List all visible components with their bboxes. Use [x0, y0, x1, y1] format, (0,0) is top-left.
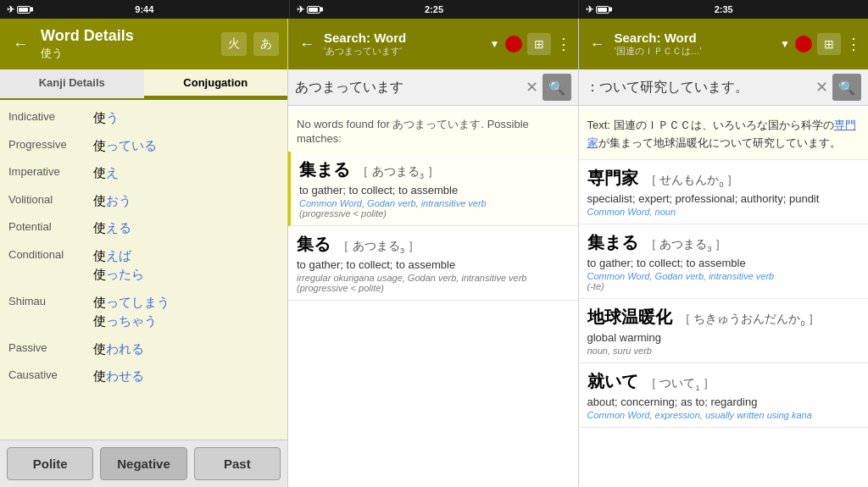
layout-icon-1[interactable]: ⊞ [527, 33, 551, 55]
result-kanji-1-2: 集る [297, 233, 331, 256]
result-title-2-3: 地球温暖化 ［ ちきゅうおんだんか0 ］ [587, 306, 860, 329]
result-item-2-2[interactable]: 集まる ［ あつまる3 ］ to gather; to collect; to … [579, 224, 869, 299]
search-1-subtitle: 'あつまっています' [324, 45, 485, 58]
result-title-2-1: 専門家 ［ せんもんか0 ］ [587, 167, 860, 190]
result-kanji-1-1: 集まる [299, 158, 350, 181]
clear-button-1[interactable]: ✕ [526, 78, 538, 97]
airplane-icon-2: ✈ [297, 4, 304, 15]
conj-value-potential: 使える [93, 219, 279, 238]
result-reading-2-4: ［ ついて1 ］ [645, 376, 715, 392]
panel-search-2: ← Search: Word '国連のＩＰＣＣは…' ▼ ⊞ ⋮ ：ついて研究し… [579, 19, 869, 487]
result-item-1-1[interactable]: 集まる ［ あつまる3 ］ to gather; to collect; to … [288, 152, 578, 226]
status-bar-3-left: ✈ [586, 4, 609, 15]
result-kanji-2-1: 専門家 [587, 167, 638, 190]
back-button-3[interactable]: ← [586, 34, 609, 55]
status-bar-1: ✈ 9:44 [0, 0, 290, 19]
conj-value-progressive: 使っている [93, 136, 279, 156]
main-content: ← Word Details 使う 火 あ Kanji Details Conj… [0, 19, 868, 487]
result-tags-1-1: Common Word, Godan verb, intransitive ve… [299, 198, 570, 219]
search-2-title: Search: Word [615, 30, 776, 45]
result-title-2-2: 集まる ［ あつまる3 ］ [587, 231, 860, 254]
bottom-buttons: Polite Negative Past [0, 440, 287, 487]
status-bar-2: ✈ 2:25 [290, 0, 580, 19]
search-button-2[interactable]: 🔍 [832, 74, 861, 101]
conj-row-conditional: Conditional 使えば 使ったら [0, 242, 287, 289]
layout-icon-2[interactable]: ⊞ [817, 33, 841, 55]
conj-label-conditional: Conditional [8, 246, 93, 261]
dropdown-arrow-2[interactable]: ▼ [780, 38, 790, 50]
search-1-title-block: Search: Word 'あつまっています' [324, 30, 485, 58]
battery-icon-3 [596, 6, 609, 14]
conj-row-progressive: Progressive 使っている [0, 132, 287, 160]
conj-value-indicative: 使う [93, 108, 279, 128]
word-details-header: ← Word Details 使う 火 あ [0, 19, 287, 69]
word-details-title-block: Word Details 使う [41, 27, 213, 61]
search-2-title-block: Search: Word '国連のＩＰＣＣは…' [615, 30, 776, 58]
search-text-2[interactable]: ：ついて研究しています。 [586, 79, 812, 97]
panel-word-details: ← Word Details 使う 火 あ Kanji Details Conj… [0, 19, 288, 487]
search-results-2: Text: 国連のＩＰＣＣは、いろいろな国から科学の専門家が集まって地球温暖化に… [579, 106, 869, 487]
more-options-1[interactable]: ⋮ [556, 35, 571, 53]
back-button-2[interactable]: ← [295, 34, 319, 55]
no-results-text: No words found for あつまっています. Possible ma… [288, 110, 578, 152]
red-circle-2[interactable] [795, 36, 812, 53]
result-reading-1-2: ［ あつまる3 ］ [337, 239, 420, 255]
conj-row-causative: Causative 使わせる [0, 362, 287, 390]
result-item-2-3[interactable]: 地球温暖化 ［ ちきゅうおんだんか0 ］ global warming noun… [579, 299, 869, 363]
conj-row-shimau: Shimau 使ってしまう 使っちゃう [0, 289, 287, 335]
search-results-1: No words found for あつまっています. Possible ma… [288, 106, 578, 487]
conj-label-indicative: Indicative [8, 108, 93, 123]
time-3: 2:35 [715, 4, 733, 14]
search-button-1[interactable]: 🔍 [542, 74, 571, 101]
tab-kanji-details[interactable]: Kanji Details [0, 69, 144, 98]
word-details-title: Word Details [41, 27, 213, 46]
result-item-1-2[interactable]: 集る ［ あつまる3 ］ to gather; to collect; to a… [288, 226, 578, 301]
result-kanji-2-4: 就いて [587, 370, 638, 393]
tab-conjugation[interactable]: Conjugation [144, 69, 288, 98]
kanji-icon[interactable]: 火 [221, 32, 247, 56]
result-item-2-1[interactable]: 専門家 ［ せんもんか0 ］ specialist; expert; profe… [579, 160, 869, 224]
result-meaning-1-1: to gather; to collect; to assemble [299, 184, 570, 196]
past-button[interactable]: Past [194, 447, 281, 480]
word-details-tabs: Kanji Details Conjugation [0, 69, 287, 100]
result-item-2-4[interactable]: 就いて ［ ついて1 ］ about; concerning; as to; r… [579, 363, 869, 428]
airplane-icon-3: ✈ [586, 4, 593, 15]
more-options-2[interactable]: ⋮ [846, 35, 861, 53]
text-context: Text: 国連のＩＰＣＣは、いろいろな国から科学の専門家が集まって地球温暖化に… [579, 110, 869, 160]
back-button-1[interactable]: ← [8, 34, 32, 55]
conj-row-passive: Passive 使われる [0, 335, 287, 363]
search-text-1[interactable]: あつまっています [295, 79, 521, 97]
result-meaning-2-1: specialist; expert; professional; author… [587, 192, 860, 205]
conj-value-shimau: 使ってしまう 使っちゃう [93, 293, 279, 331]
result-tags-2-3: noun, suru verb [587, 346, 860, 356]
result-meaning-1-2: to gather; to collect; to assemble [297, 258, 570, 271]
search-1-title: Search: Word [324, 30, 485, 45]
status-bar-3: ✈ 2:35 [579, 0, 868, 19]
status-bar-2-left: ✈ [297, 4, 320, 15]
search-header-2: ← Search: Word '国連のＩＰＣＣは…' ▼ ⊞ ⋮ [579, 19, 869, 69]
conjugation-table: Indicative 使う Progressive 使っている Imperati… [0, 100, 287, 440]
dict-icon[interactable]: あ [253, 32, 279, 56]
highlighted-word[interactable]: 専門家 [587, 119, 856, 149]
dropdown-arrow-1[interactable]: ▼ [490, 38, 500, 50]
conj-value-imperative: 使え [93, 163, 279, 183]
conj-label-imperative: Imperative [8, 163, 93, 178]
conj-label-causative: Causative [8, 367, 93, 381]
conj-value-conditional: 使えば 使ったら [93, 246, 279, 285]
conj-row-imperative: Imperative 使え [0, 159, 287, 187]
conj-value-passive: 使われる [93, 340, 279, 359]
result-tags-2-4: Common Word, expression, usually written… [587, 410, 860, 420]
status-bars: ✈ 9:44 ✈ 2:25 ✈ 2:35 [0, 0, 868, 19]
search-bar-2: ：ついて研究しています。 ✕ 🔍 [579, 69, 869, 106]
negative-button[interactable]: Negative [100, 447, 186, 480]
result-tags-1-2: irregular okurigana usage, Godan verb, i… [297, 273, 570, 293]
result-reading-2-1: ［ せんもんか0 ］ [645, 173, 739, 189]
red-circle-1[interactable] [505, 36, 522, 53]
word-details-subtitle: 使う [41, 46, 213, 61]
conj-label-shimau: Shimau [8, 293, 93, 307]
result-title-1-1: 集まる ［ あつまる3 ］ [299, 158, 570, 181]
polite-button[interactable]: Polite [7, 447, 93, 480]
clear-button-2[interactable]: ✕ [815, 78, 828, 97]
conj-label-potential: Potential [8, 219, 93, 233]
time-2: 2:25 [425, 4, 443, 14]
